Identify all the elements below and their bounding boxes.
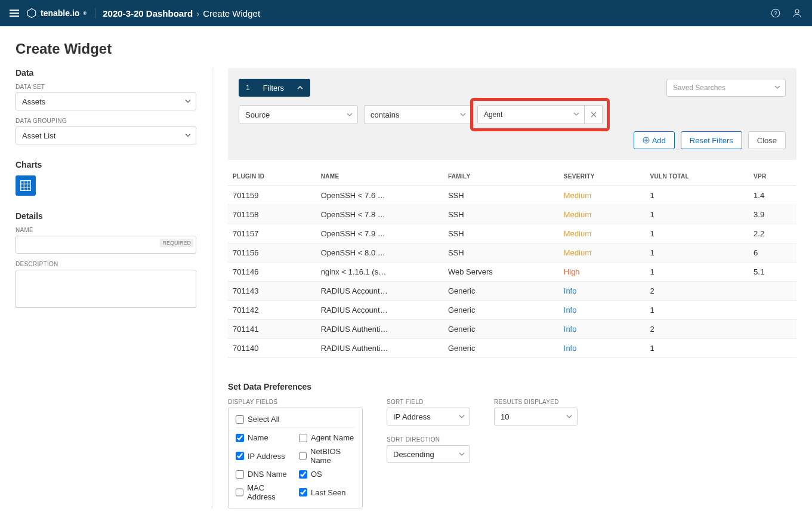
required-tag: REQUIRED [160, 239, 193, 247]
field-label: MAC Address [247, 483, 292, 501]
filter-count: 1 [239, 84, 257, 92]
field-option: Agent Name [299, 431, 355, 444]
filter-row: Source contains Agent [239, 105, 786, 124]
table-row[interactable]: 701140 RADIUS Authenti… Generic Info 1 [228, 339, 796, 358]
breadcrumb-main[interactable]: 2020-3-20 Dashboard [103, 8, 193, 18]
table-row[interactable]: 701158 OpenSSH < 7.8 … SSH Medium 1 3.9 [228, 205, 796, 224]
cell-family: Generic [443, 339, 559, 358]
field-checkbox[interactable] [236, 470, 244, 479]
close-filters-button[interactable]: Close [748, 131, 786, 149]
table-row[interactable]: 701146 nginx < 1.16.1 (s… Web Servers Hi… [228, 263, 796, 282]
field-label: DNS Name [248, 470, 287, 479]
results-displayed-select[interactable]: 10 [494, 408, 578, 425]
main-content: 1 Filters Saved Searches Source [212, 68, 796, 508]
select-all-checkbox[interactable] [236, 415, 244, 424]
field-checkbox[interactable] [236, 452, 244, 460]
cell-plugin-id: 701156 [228, 243, 316, 263]
field-option: Last Seen [299, 482, 355, 503]
cell-name: RADIUS Account… [316, 282, 443, 301]
filter-label: Filters [257, 84, 290, 92]
field-checkbox[interactable] [299, 452, 307, 460]
col-vpr[interactable]: VPR [749, 167, 796, 186]
cell-vuln-total: 1 [645, 224, 749, 243]
sort-field-value: IP Address [393, 412, 431, 421]
breadcrumb: 2020-3-20 Dashboard › Create Widget [103, 8, 260, 18]
charts-heading: Charts [16, 160, 196, 169]
logo-text: tenable.io [41, 8, 79, 18]
data-preferences: Set Data Preferences DISPLAY FIELDS Sele… [228, 382, 796, 508]
reset-filters-button[interactable]: Reset Filters [681, 131, 742, 149]
hexagon-icon [26, 8, 37, 18]
chevron-down-icon [774, 84, 780, 92]
cell-vuln-total: 1 [645, 263, 749, 282]
chevron-down-icon [573, 110, 579, 119]
filter-operator-select[interactable]: contains [364, 105, 471, 124]
cell-vpr [749, 282, 796, 301]
sort-direction-label: SORT DIRECTION [387, 436, 470, 443]
data-set-select[interactable]: Assets [16, 92, 196, 110]
add-filter-button[interactable]: Add [634, 131, 675, 149]
sort-field-select[interactable]: IP Address [387, 408, 470, 425]
sort-direction-value: Descending [393, 450, 434, 459]
field-checkbox[interactable] [299, 470, 307, 479]
cell-family: Web Servers [443, 263, 559, 282]
cell-family: Generic [443, 301, 559, 320]
field-option: DNS Name [236, 468, 292, 480]
chevron-down-icon [460, 110, 466, 119]
cell-vuln-total: 1 [645, 301, 749, 320]
clear-filter-button[interactable] [585, 105, 603, 124]
display-fields-box: Select All NameAgent NameIP AddressNetBI… [228, 408, 363, 508]
cell-name: nginx < 1.16.1 (s… [316, 263, 443, 282]
cell-name: OpenSSH < 8.0 … [316, 243, 443, 263]
col-family[interactable]: FAMILY [443, 167, 559, 186]
help-icon[interactable]: ? [770, 8, 781, 18]
table-row[interactable]: 701142 RADIUS Account… Generic Info 1 [228, 301, 796, 320]
table-row[interactable]: 701143 RADIUS Account… Generic Info 2 [228, 282, 796, 301]
col-plugin-id[interactable]: PLUGIN ID [228, 167, 316, 186]
filter-field-select[interactable]: Source [239, 105, 358, 124]
cell-severity: Info [559, 339, 646, 358]
filters-toggle[interactable]: 1 Filters [239, 79, 310, 97]
plus-icon [643, 137, 650, 144]
chevron-down-icon [185, 131, 191, 140]
cell-name: OpenSSH < 7.9 … [316, 224, 443, 243]
table-row[interactable]: 701141 RADIUS Authenti… Generic Info 2 [228, 320, 796, 339]
cell-plugin-id: 701146 [228, 263, 316, 282]
description-label: DESCRIPTION [16, 261, 196, 267]
col-severity[interactable]: SEVERITY [559, 167, 646, 186]
chevron-down-icon [459, 450, 465, 459]
table-row[interactable]: 701157 OpenSSH < 7.9 … SSH Medium 1 2.2 [228, 224, 796, 243]
field-checkbox[interactable] [236, 488, 243, 496]
table-row[interactable]: 701156 OpenSSH < 8.0 … SSH Medium 1 6 [228, 243, 796, 263]
sidebar: Data DATA SET Assets DATA GROUPING Asset… [16, 68, 212, 508]
logo[interactable]: tenable.io® [26, 8, 95, 18]
col-name[interactable]: NAME [316, 167, 443, 186]
cell-vpr: 5.1 [749, 263, 796, 282]
field-checkbox[interactable] [299, 488, 307, 496]
cell-vuln-total: 1 [645, 339, 749, 358]
field-option: IP Address [236, 445, 292, 467]
field-checkbox[interactable] [299, 434, 307, 442]
field-label: Last Seen [311, 488, 346, 497]
field-option: OS [299, 468, 355, 480]
field-label: Agent Name [311, 433, 354, 442]
saved-searches-select[interactable]: Saved Searches [666, 79, 786, 97]
field-option: MAC Address [236, 482, 292, 503]
cell-vpr [749, 339, 796, 358]
cell-name: RADIUS Authenti… [316, 320, 443, 339]
table-row[interactable]: 701159 OpenSSH < 7.6 … SSH Medium 1 1.4 [228, 186, 796, 205]
chevron-down-icon [185, 97, 191, 106]
cell-severity: Medium [559, 224, 646, 243]
sort-direction-select[interactable]: Descending [387, 445, 470, 463]
menu-icon[interactable] [10, 10, 19, 17]
user-icon[interactable] [792, 8, 802, 18]
field-checkbox[interactable] [236, 434, 244, 442]
col-vuln-total[interactable]: VULN TOTAL [645, 167, 749, 186]
chart-table-icon[interactable] [16, 175, 36, 196]
cell-vpr: 3.9 [749, 205, 796, 224]
data-grouping-select[interactable]: Asset List [16, 127, 196, 144]
description-input[interactable] [16, 270, 196, 308]
cell-vpr [749, 301, 796, 320]
filter-value-select[interactable]: Agent [477, 105, 585, 124]
chevron-down-icon [347, 110, 353, 119]
